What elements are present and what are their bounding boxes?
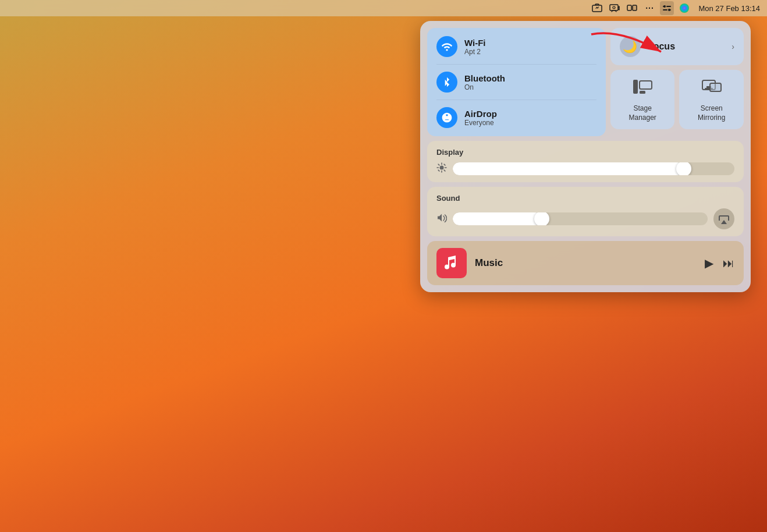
desktop: ···	[0, 0, 767, 532]
bluetooth-sub: On	[464, 83, 505, 91]
bluetooth-icon-circle	[436, 72, 457, 93]
focus-moon-icon: 🌙	[620, 36, 641, 57]
svg-rect-17	[640, 91, 645, 94]
sound-label: Sound	[436, 194, 734, 203]
display-slider-row	[436, 162, 734, 175]
svg-rect-15	[633, 80, 638, 94]
svg-line-30	[438, 170, 439, 171]
screen-mirroring-tile[interactable]: ScreenMirroring	[679, 70, 744, 129]
music-app-icon	[436, 248, 467, 278]
screen-mirror-icon[interactable]	[625, 1, 639, 15]
divider-2	[436, 100, 596, 100]
siri-icon[interactable]	[677, 1, 691, 15]
svg-point-11	[680, 3, 689, 13]
divider-1	[436, 64, 596, 65]
focus-tile[interactable]: 🌙 Focus ›	[610, 28, 744, 65]
music-controls: ▶ ⏭	[705, 256, 734, 270]
cc-top-row: Wi-Fi Apt 2 Bluetooth On	[427, 28, 744, 136]
play-button[interactable]: ▶	[705, 256, 713, 270]
svg-rect-1	[610, 5, 618, 10]
sound-slider-row	[436, 208, 734, 229]
bluetooth-item[interactable]: Bluetooth On	[436, 72, 596, 93]
screen-mirroring-label: ScreenMirroring	[698, 104, 725, 122]
svg-line-28	[444, 170, 445, 171]
menubar-datetime: Mon 27 Feb 13:14	[698, 4, 760, 13]
svg-point-12	[446, 49, 448, 51]
cc-bottom-tiles: StageManager ScreenMirroring	[610, 70, 744, 129]
display-label: Display	[436, 148, 734, 157]
focus-label: Focus	[648, 41, 675, 52]
svg-point-22	[440, 166, 444, 170]
stage-manager-label: StageManager	[628, 104, 656, 122]
display-section: Display	[427, 141, 744, 182]
screen-mirroring-icon	[702, 77, 722, 101]
wifi-icon-circle	[436, 36, 457, 57]
svg-point-14	[446, 114, 448, 116]
music-title: Music	[475, 257, 697, 269]
sound-slider-track[interactable]	[453, 212, 708, 225]
airdrop-sub: Everyone	[464, 119, 497, 127]
control-center-icon[interactable]	[660, 1, 674, 15]
bluetooth-label: Bluetooth	[464, 73, 505, 83]
focus-chevron-icon: ›	[732, 42, 734, 51]
svg-line-29	[444, 164, 445, 165]
more-icon[interactable]: ···	[642, 1, 656, 15]
svg-rect-3	[627, 5, 631, 10]
svg-line-27	[438, 164, 439, 165]
svg-point-2	[613, 6, 615, 9]
wifi-text: Wi-Fi Apt 2	[464, 38, 486, 56]
stage-manager-tile[interactable]: StageManager	[610, 70, 675, 129]
airdrop-text: AirDrop Everyone	[464, 109, 497, 127]
airplay-button[interactable]	[713, 208, 734, 229]
wifi-label: Wi-Fi	[464, 38, 486, 48]
control-center-panel: Wi-Fi Apt 2 Bluetooth On	[420, 21, 751, 292]
menubar: ···	[0, 0, 767, 16]
airdrop-label: AirDrop	[464, 109, 497, 119]
svg-rect-6	[666, 6, 671, 7]
svg-rect-0	[592, 5, 602, 12]
svg-rect-16	[640, 81, 652, 89]
volume-icon	[436, 212, 447, 225]
sound-section: Sound	[427, 187, 744, 236]
svg-rect-21	[710, 83, 721, 91]
bluetooth-text: Bluetooth On	[464, 73, 505, 91]
skip-forward-button[interactable]: ⏭	[723, 257, 734, 270]
airdrop-icon-circle	[436, 107, 457, 128]
brightness-icon	[436, 162, 447, 175]
menubar-right: ···	[590, 1, 760, 15]
network-tile[interactable]: Wi-Fi Apt 2 Bluetooth On	[427, 28, 606, 136]
wifi-item[interactable]: Wi-Fi Apt 2	[436, 36, 596, 57]
svg-rect-10	[670, 9, 671, 10]
display-slider-track[interactable]	[453, 162, 734, 175]
svg-rect-7	[663, 6, 664, 7]
music-section: Music ▶ ⏭	[427, 241, 744, 285]
stage-manager-icon	[633, 77, 652, 101]
svg-rect-9	[663, 9, 667, 10]
screen-capture-icon[interactable]	[608, 1, 622, 15]
cc-right-col: 🌙 Focus › StageManage	[610, 28, 744, 136]
svg-rect-4	[633, 5, 637, 10]
carplay-icon[interactable]	[590, 1, 604, 15]
wifi-sub: Apt 2	[464, 48, 486, 56]
airdrop-item[interactable]: AirDrop Everyone	[436, 107, 596, 128]
